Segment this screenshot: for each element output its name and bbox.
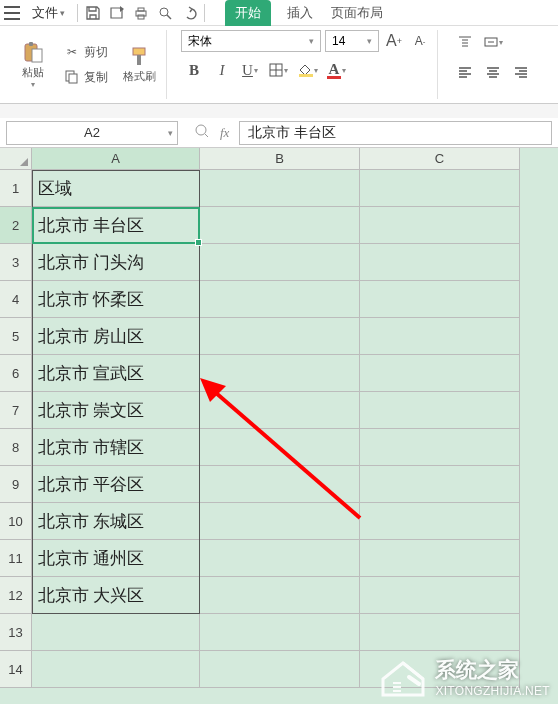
cell[interactable] [200, 577, 360, 614]
format-painter-label: 格式刷 [123, 69, 156, 84]
brush-icon [127, 45, 151, 69]
save-as-icon[interactable] [108, 4, 126, 22]
undo-icon[interactable] [180, 4, 198, 22]
align-center-button[interactable] [480, 60, 506, 84]
cell[interactable]: 北京市 市辖区 [32, 429, 200, 466]
cell[interactable] [360, 318, 520, 355]
cell[interactable] [200, 170, 360, 207]
align-right-button[interactable] [508, 60, 534, 84]
cell[interactable]: 北京市 大兴区 [32, 577, 200, 614]
cell[interactable] [360, 392, 520, 429]
cell[interactable] [360, 281, 520, 318]
chevron-down-icon: ▾ [309, 36, 314, 46]
increase-font-button[interactable]: A+ [383, 30, 405, 52]
file-menu[interactable]: 文件 ▾ [26, 2, 71, 24]
save-icon[interactable] [84, 4, 102, 22]
cut-button[interactable]: ✂ 剪切 [60, 42, 112, 63]
row-header[interactable]: 3 [0, 244, 32, 281]
formula-bar[interactable]: 北京市 丰台区 [239, 121, 552, 145]
font-name-select[interactable]: 宋体 ▾ [181, 30, 321, 52]
fill-color-button[interactable]: ▾ [293, 58, 319, 82]
ribbon-tabs: 开始 插入 页面布局 [225, 0, 385, 26]
formula-preview-icon[interactable] [194, 123, 210, 142]
tab-insert[interactable]: 插入 [285, 0, 315, 26]
cell-reference-box[interactable]: A2 ▾ [6, 121, 178, 145]
row-header[interactable]: 14 [0, 651, 32, 688]
print-preview-icon[interactable] [156, 4, 174, 22]
cell[interactable] [360, 170, 520, 207]
decrease-font-button[interactable]: A- [409, 30, 431, 52]
font-color-button[interactable]: A ▾ [321, 58, 347, 82]
cell[interactable] [200, 207, 360, 244]
row-header[interactable]: 6 [0, 355, 32, 392]
cell[interactable]: 区域 [32, 170, 200, 207]
cell[interactable] [360, 466, 520, 503]
cell[interactable] [360, 614, 520, 651]
merge-center-button[interactable]: ▾ [480, 30, 506, 54]
row-header[interactable]: 7 [0, 392, 32, 429]
cell[interactable] [200, 651, 360, 688]
cell[interactable] [200, 540, 360, 577]
cell[interactable] [200, 244, 360, 281]
fx-icon[interactable]: fx [220, 125, 229, 141]
cell[interactable]: 北京市 宣武区 [32, 355, 200, 392]
cell[interactable]: 北京市 门头沟 [32, 244, 200, 281]
italic-button[interactable]: I [209, 58, 235, 82]
bold-button[interactable]: B [181, 58, 207, 82]
row-header[interactable]: 12 [0, 577, 32, 614]
cell[interactable] [200, 318, 360, 355]
row-header[interactable]: 4 [0, 281, 32, 318]
cell[interactable]: 北京市 平谷区 [32, 466, 200, 503]
col-header-b[interactable]: B [200, 148, 360, 170]
border-button[interactable]: ▾ [265, 58, 291, 82]
copy-button[interactable]: 复制 [60, 67, 112, 88]
print-icon[interactable] [132, 4, 150, 22]
tab-pagelayout[interactable]: 页面布局 [329, 0, 385, 26]
align-left-button[interactable] [452, 60, 478, 84]
svg-rect-5 [29, 42, 33, 46]
font-size-select[interactable]: 14 ▾ [325, 30, 379, 52]
cell[interactable]: 北京市 房山区 [32, 318, 200, 355]
cell[interactable] [32, 614, 200, 651]
row-header[interactable]: 8 [0, 429, 32, 466]
tab-start[interactable]: 开始 [225, 0, 271, 26]
cell[interactable] [360, 207, 520, 244]
cell[interactable] [200, 614, 360, 651]
cell[interactable] [32, 651, 200, 688]
cell[interactable] [360, 429, 520, 466]
col-header-c[interactable]: C [360, 148, 520, 170]
row-header[interactable]: 13 [0, 614, 32, 651]
cell[interactable]: 北京市 东城区 [32, 503, 200, 540]
chevron-down-icon[interactable]: ▾ [168, 128, 173, 138]
cell[interactable]: 北京市 通州区 [32, 540, 200, 577]
row-header[interactable]: 2 [0, 207, 32, 244]
cell[interactable] [200, 355, 360, 392]
cell[interactable] [360, 577, 520, 614]
row-header[interactable]: 1 [0, 170, 32, 207]
row-header[interactable]: 5 [0, 318, 32, 355]
align-top-button[interactable] [452, 30, 478, 54]
row-header[interactable]: 11 [0, 540, 32, 577]
select-all-corner[interactable] [0, 148, 32, 170]
cell[interactable] [360, 503, 520, 540]
font-name-value: 宋体 [188, 33, 212, 50]
cell[interactable] [200, 392, 360, 429]
row-header[interactable]: 10 [0, 503, 32, 540]
format-painter-button[interactable]: 格式刷 [118, 45, 160, 84]
cell[interactable]: 北京市 崇文区 [32, 392, 200, 429]
hamburger-icon[interactable] [4, 6, 20, 20]
file-label: 文件 [32, 4, 58, 22]
col-header-a[interactable]: A [32, 148, 200, 170]
cell[interactable]: 北京市 丰台区 [32, 207, 200, 244]
underline-button[interactable]: U▾ [237, 58, 263, 82]
cell[interactable] [360, 540, 520, 577]
cell[interactable] [360, 355, 520, 392]
cell[interactable]: 北京市 怀柔区 [32, 281, 200, 318]
cell[interactable] [200, 503, 360, 540]
cell[interactable] [200, 466, 360, 503]
cell[interactable] [200, 429, 360, 466]
cell[interactable] [360, 244, 520, 281]
cell[interactable] [200, 281, 360, 318]
paste-button[interactable]: 粘贴 ▾ [12, 41, 54, 89]
row-header[interactable]: 9 [0, 466, 32, 503]
